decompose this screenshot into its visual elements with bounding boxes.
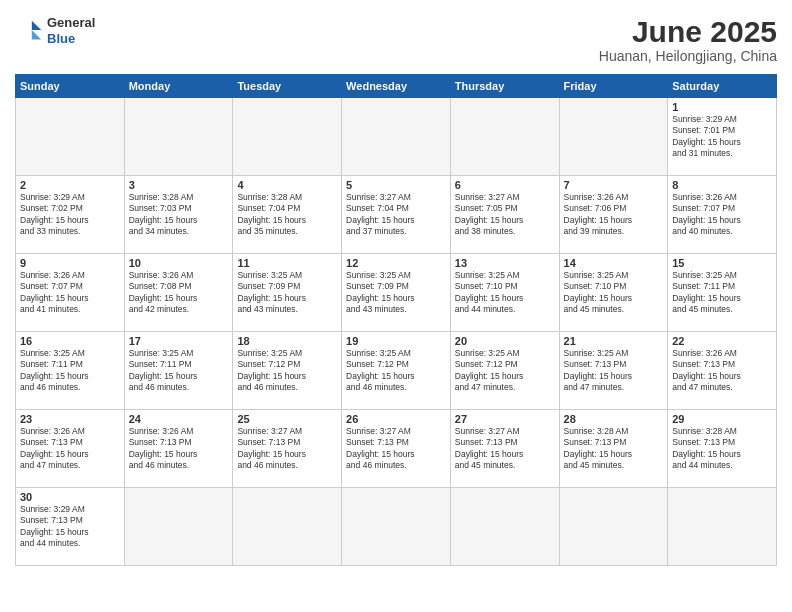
day-number: 21 [564,335,664,347]
day-number: 3 [129,179,229,191]
svg-marker-1 [32,30,41,39]
day-number: 15 [672,257,772,269]
col-header-saturday: Saturday [668,75,777,98]
day-detail: Sunrise: 3:26 AMSunset: 7:13 PMDaylight:… [20,426,89,470]
day-detail: Sunrise: 3:26 AMSunset: 7:13 PMDaylight:… [672,348,741,392]
day-detail: Sunrise: 3:25 AMSunset: 7:09 PMDaylight:… [237,270,306,314]
day-cell: 1Sunrise: 3:29 AMSunset: 7:01 PMDaylight… [668,98,777,176]
day-number: 5 [346,179,446,191]
day-cell [342,98,451,176]
day-detail: Sunrise: 3:27 AMSunset: 7:13 PMDaylight:… [455,426,524,470]
day-cell [559,488,668,566]
col-header-sunday: Sunday [16,75,125,98]
week-row-3: 16Sunrise: 3:25 AMSunset: 7:11 PMDayligh… [16,332,777,410]
day-number: 24 [129,413,229,425]
day-cell [559,98,668,176]
location: Huanan, Heilongjiang, China [599,48,777,64]
day-cell: 4Sunrise: 3:28 AMSunset: 7:04 PMDaylight… [233,176,342,254]
day-cell: 8Sunrise: 3:26 AMSunset: 7:07 PMDaylight… [668,176,777,254]
day-number: 27 [455,413,555,425]
day-cell [450,488,559,566]
day-number: 2 [20,179,120,191]
day-cell: 18Sunrise: 3:25 AMSunset: 7:12 PMDayligh… [233,332,342,410]
title-block: June 2025 Huanan, Heilongjiang, China [599,15,777,64]
week-row-4: 23Sunrise: 3:26 AMSunset: 7:13 PMDayligh… [16,410,777,488]
day-detail: Sunrise: 3:28 AMSunset: 7:04 PMDaylight:… [237,192,306,236]
day-detail: Sunrise: 3:27 AMSunset: 7:13 PMDaylight:… [237,426,306,470]
day-number: 20 [455,335,555,347]
day-cell [124,98,233,176]
month-title: June 2025 [599,15,777,48]
day-detail: Sunrise: 3:25 AMSunset: 7:09 PMDaylight:… [346,270,415,314]
day-detail: Sunrise: 3:27 AMSunset: 7:05 PMDaylight:… [455,192,524,236]
day-detail: Sunrise: 3:26 AMSunset: 7:07 PMDaylight:… [672,192,741,236]
week-row-5: 30Sunrise: 3:29 AMSunset: 7:13 PMDayligh… [16,488,777,566]
day-cell: 22Sunrise: 3:26 AMSunset: 7:13 PMDayligh… [668,332,777,410]
day-detail: Sunrise: 3:25 AMSunset: 7:11 PMDaylight:… [20,348,89,392]
day-number: 18 [237,335,337,347]
day-cell: 27Sunrise: 3:27 AMSunset: 7:13 PMDayligh… [450,410,559,488]
day-cell: 13Sunrise: 3:25 AMSunset: 7:10 PMDayligh… [450,254,559,332]
day-number: 29 [672,413,772,425]
day-cell: 6Sunrise: 3:27 AMSunset: 7:05 PMDaylight… [450,176,559,254]
day-cell: 10Sunrise: 3:26 AMSunset: 7:08 PMDayligh… [124,254,233,332]
week-row-0: 1Sunrise: 3:29 AMSunset: 7:01 PMDaylight… [16,98,777,176]
day-number: 9 [20,257,120,269]
day-cell: 26Sunrise: 3:27 AMSunset: 7:13 PMDayligh… [342,410,451,488]
day-cell [233,98,342,176]
day-detail: Sunrise: 3:25 AMSunset: 7:10 PMDaylight:… [564,270,633,314]
week-row-2: 9Sunrise: 3:26 AMSunset: 7:07 PMDaylight… [16,254,777,332]
day-number: 23 [20,413,120,425]
day-number: 19 [346,335,446,347]
day-detail: Sunrise: 3:26 AMSunset: 7:06 PMDaylight:… [564,192,633,236]
day-detail: Sunrise: 3:28 AMSunset: 7:13 PMDaylight:… [672,426,741,470]
header: General Blue June 2025 Huanan, Heilongji… [15,15,777,64]
logo: General Blue [15,15,95,46]
day-cell: 28Sunrise: 3:28 AMSunset: 7:13 PMDayligh… [559,410,668,488]
day-number: 14 [564,257,664,269]
day-detail: Sunrise: 3:29 AMSunset: 7:02 PMDaylight:… [20,192,89,236]
day-number: 17 [129,335,229,347]
day-detail: Sunrise: 3:28 AMSunset: 7:13 PMDaylight:… [564,426,633,470]
day-detail: Sunrise: 3:28 AMSunset: 7:03 PMDaylight:… [129,192,198,236]
day-cell: 12Sunrise: 3:25 AMSunset: 7:09 PMDayligh… [342,254,451,332]
col-header-thursday: Thursday [450,75,559,98]
day-cell: 9Sunrise: 3:26 AMSunset: 7:07 PMDaylight… [16,254,125,332]
day-detail: Sunrise: 3:25 AMSunset: 7:12 PMDaylight:… [455,348,524,392]
day-number: 26 [346,413,446,425]
day-cell [233,488,342,566]
day-cell: 20Sunrise: 3:25 AMSunset: 7:12 PMDayligh… [450,332,559,410]
day-cell: 23Sunrise: 3:26 AMSunset: 7:13 PMDayligh… [16,410,125,488]
day-detail: Sunrise: 3:25 AMSunset: 7:10 PMDaylight:… [455,270,524,314]
day-cell: 14Sunrise: 3:25 AMSunset: 7:10 PMDayligh… [559,254,668,332]
day-number: 30 [20,491,120,503]
day-cell: 3Sunrise: 3:28 AMSunset: 7:03 PMDaylight… [124,176,233,254]
day-number: 22 [672,335,772,347]
logo-icon [15,17,43,45]
col-header-wednesday: Wednesday [342,75,451,98]
day-number: 1 [672,101,772,113]
day-detail: Sunrise: 3:26 AMSunset: 7:07 PMDaylight:… [20,270,89,314]
day-cell: 19Sunrise: 3:25 AMSunset: 7:12 PMDayligh… [342,332,451,410]
day-cell: 17Sunrise: 3:25 AMSunset: 7:11 PMDayligh… [124,332,233,410]
day-cell: 16Sunrise: 3:25 AMSunset: 7:11 PMDayligh… [16,332,125,410]
week-row-1: 2Sunrise: 3:29 AMSunset: 7:02 PMDaylight… [16,176,777,254]
day-detail: Sunrise: 3:26 AMSunset: 7:08 PMDaylight:… [129,270,198,314]
day-cell: 15Sunrise: 3:25 AMSunset: 7:11 PMDayligh… [668,254,777,332]
day-cell: 24Sunrise: 3:26 AMSunset: 7:13 PMDayligh… [124,410,233,488]
day-cell [342,488,451,566]
day-number: 11 [237,257,337,269]
day-cell: 11Sunrise: 3:25 AMSunset: 7:09 PMDayligh… [233,254,342,332]
day-cell [124,488,233,566]
calendar-table: SundayMondayTuesdayWednesdayThursdayFrid… [15,74,777,566]
day-number: 10 [129,257,229,269]
day-cell [450,98,559,176]
day-detail: Sunrise: 3:25 AMSunset: 7:11 PMDaylight:… [129,348,198,392]
day-detail: Sunrise: 3:29 AMSunset: 7:13 PMDaylight:… [20,504,89,548]
day-number: 4 [237,179,337,191]
day-detail: Sunrise: 3:27 AMSunset: 7:13 PMDaylight:… [346,426,415,470]
day-detail: Sunrise: 3:27 AMSunset: 7:04 PMDaylight:… [346,192,415,236]
day-cell [16,98,125,176]
day-cell: 7Sunrise: 3:26 AMSunset: 7:06 PMDaylight… [559,176,668,254]
calendar-page: General Blue June 2025 Huanan, Heilongji… [0,0,792,612]
